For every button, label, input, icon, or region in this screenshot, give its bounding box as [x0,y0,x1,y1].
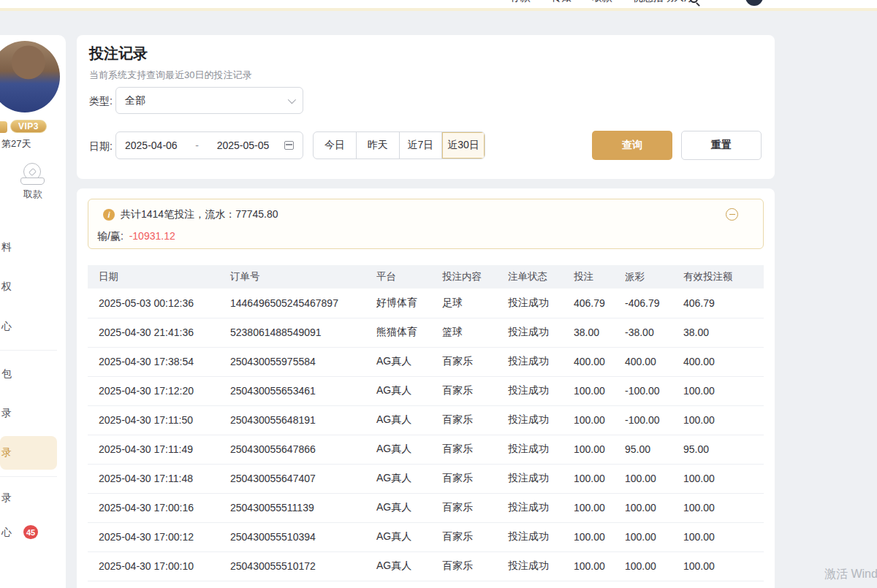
cell-valid: 100.00 [683,405,764,435]
cell-payout: 400.00 [625,347,683,376]
menu-item-label: 录 [1,492,12,505]
loss-value: -10931.12 [129,230,175,242]
table-row[interactable]: 2025-05-03 00:12:361446496505245467897好博… [88,289,764,318]
sidebar-menu-item[interactable]: 权 [0,267,66,307]
cell-order: 250430055510394 [230,522,376,551]
cell-status: 投注成功 [508,347,574,376]
cell-order: 250430055648191 [230,405,376,435]
sidebar-menu: 料权心包录录录心45 [0,226,66,551]
menu-group-1: 包录录 [0,353,66,474]
user-avatar[interactable] [745,0,763,6]
cell-order: 250430055653461 [230,376,376,405]
table-row[interactable]: 2025-04-30 21:41:365238061488549091熊猫体育篮… [88,318,764,347]
cell-valid: 100.00 [683,464,764,493]
cell-date: 2025-04-30 17:11:49 [88,435,230,464]
date-range-input[interactable]: 2025-04-06 - 2025-05-05 [115,131,303,159]
cell-status: 投注成功 [508,405,574,435]
notification-badge: 45 [23,525,38,539]
cell-content: 百家乐 [442,493,508,522]
menu-group-0: 料权心 [0,226,66,348]
quick-date-button-1[interactable]: 昨天 [357,132,400,159]
date-label: 日期: [89,140,113,153]
table-header-1: 订单号 [230,265,376,289]
summary-text: 共计1414笔投注，流水：77745.80 [121,208,278,221]
nav-item-1[interactable]: 转账 [551,0,572,4]
vip-badge: VIP3 [10,120,47,133]
menu-item-label: 录 [1,407,12,420]
table-row[interactable]: 2025-04-30 17:11:49250430055647866AG真人百家… [88,435,764,464]
cell-platform: AG真人 [376,435,442,464]
quick-date-button-3[interactable]: 近30日 [442,132,485,159]
top-navbar: 存款转账取款优惠活动大厅 [0,0,877,11]
topbar-nav: 存款转账取款优惠活动大厅 [510,0,694,4]
sidebar-item-withdraw[interactable]: 取款 [0,163,66,201]
cell-payout: -100.00 [625,376,683,405]
cell-platform: AG真人 [376,522,442,551]
table-row[interactable]: 2025-04-30 17:11:50250430055648191AG真人百家… [88,405,764,435]
table-row[interactable]: 2025-04-30 17:12:20250430055653461AG真人百家… [88,376,764,405]
cell-content: 百家乐 [442,376,508,405]
query-button[interactable]: 查询 [592,131,672,160]
cell-date: 2025-04-30 17:12:20 [88,376,230,405]
cell-content: 百家乐 [442,435,508,464]
table-row[interactable]: 2025-04-30 17:00:10250430055510172AG真人百家… [88,551,764,581]
sidebar-menu-item[interactable]: 料 [0,228,66,267]
cell-bet: 100.00 [574,522,625,551]
withdraw-label: 取款 [0,188,66,201]
collapse-icon[interactable] [726,208,738,221]
cell-bet: 100.00 [574,405,625,435]
cell-bet: 100.00 [574,551,625,581]
sidebar-menu-item[interactable]: 录 [0,481,66,515]
cell-bet: 38.00 [574,318,625,347]
cell-valid: 406.79 [683,289,764,318]
cell-status: 投注成功 [508,318,574,347]
date-start-value: 2025-04-06 [125,140,178,151]
cell-platform: AG真人 [376,376,442,405]
cell-platform: AG真人 [376,464,442,493]
sidebar-menu-item[interactable]: 心45 [0,515,66,549]
calendar-icon [284,141,294,150]
table-header-4: 注单状态 [508,265,574,289]
cell-order: 250430055647866 [230,435,376,464]
cell-status: 投注成功 [508,376,574,405]
type-select[interactable]: 全部 [115,87,303,114]
type-select-value: 全部 [125,94,145,107]
cell-payout: 100.00 [625,493,683,522]
nav-item-0[interactable]: 存款 [510,0,531,4]
cell-content: 篮球 [442,318,508,347]
table-row[interactable]: 2025-04-30 17:38:54250430055975584AG真人百家… [88,347,764,376]
cell-valid: 100.00 [683,376,764,405]
reset-button[interactable]: 重置 [681,131,762,160]
nav-item-2[interactable]: 取款 [592,0,612,4]
sidebar-menu-item[interactable]: 录 [0,436,57,470]
cell-status: 投注成功 [508,551,574,581]
cell-content: 百家乐 [442,405,508,435]
quick-date-button-0[interactable]: 今日 [314,132,357,159]
cell-content: 百家乐 [442,522,508,551]
type-label: 类型: [89,95,113,108]
cell-date: 2025-04-30 17:38:54 [88,347,230,376]
cell-platform: AG真人 [376,493,442,522]
table-header-6: 派彩 [625,265,683,289]
table-row[interactable]: 2025-04-30 17:00:12250430055510394AG真人百家… [88,522,764,551]
sidebar-menu-item[interactable]: 心 [0,307,66,346]
cell-content: 百家乐 [442,464,508,493]
menu-item-label: 料 [1,241,12,254]
quick-date-button-2[interactable]: 近7日 [400,132,443,159]
table-row[interactable]: 2025-04-30 17:11:48250430055647407AG真人百家… [88,464,764,493]
menu-item-label: 录 [1,446,12,459]
cell-payout: -38.00 [625,318,683,347]
vip-day-text: 第27天 [1,137,31,150]
cell-date: 2025-04-30 17:00:12 [88,522,230,551]
cell-order: 250430055510172 [230,551,376,581]
cell-payout: 100.00 [625,464,683,493]
table-row[interactable]: 2025-04-30 17:00:16250430055511139AG真人百家… [88,493,764,522]
profile-avatar[interactable] [0,41,60,112]
cell-bet: 406.79 [574,289,625,318]
info-icon: i [103,209,115,221]
sidebar-menu-item[interactable]: 录 [0,394,66,433]
page-title: 投注记录 [89,44,148,64]
filters-card: 投注记录 当前系统支持查询最近30日的投注记录 类型: 全部 日期: 2025-… [77,35,775,179]
sidebar-menu-item[interactable]: 包 [0,354,66,394]
nav-item-3[interactable]: 优惠活动大厅 [633,0,694,4]
